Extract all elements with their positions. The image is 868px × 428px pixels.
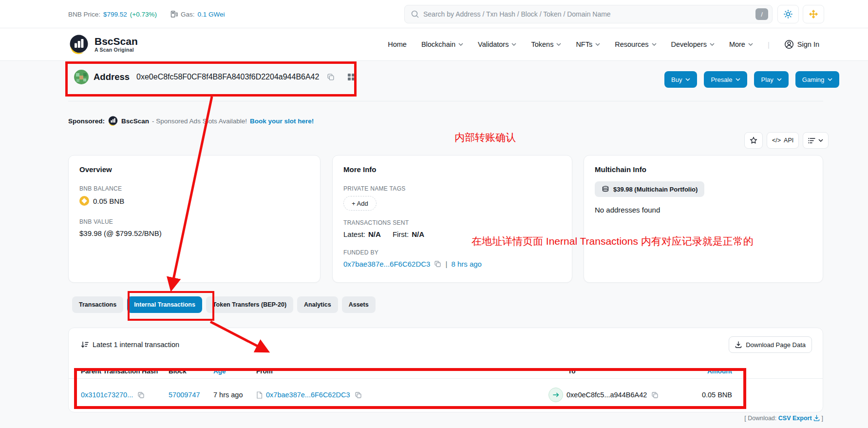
qr-grid-button[interactable]: [347, 73, 355, 81]
nav-item-blockchain[interactable]: Blockchain: [421, 40, 463, 48]
copy-icon: [137, 391, 145, 399]
more-info-card: More Info PRIVATE NAME TAGS + Add TRANSA…: [332, 155, 572, 283]
table-row: 0x3101c73270... 57009747 7 hrs ago 0x7ba…: [69, 379, 823, 410]
gas-pump-icon: [170, 10, 178, 18]
copy-icon: [355, 391, 362, 399]
copy-icon: [651, 391, 659, 399]
slash-shortcut-badge: /: [755, 8, 768, 20]
col-parent-hash: Parent Transaction Hash: [81, 364, 158, 379]
book-slot-link[interactable]: Book your slot here!: [250, 117, 314, 125]
gas-label: Gas:: [181, 11, 195, 18]
copy-tx-hash-button[interactable]: [137, 391, 145, 399]
sponsored-banner: Sponsored: BscScan - Sponsored Ads Slots…: [68, 116, 314, 126]
tab-assets[interactable]: Assets: [342, 296, 376, 313]
checklist-icon: [808, 137, 815, 144]
to-address-text: 0xe0eC8fc5...a944B6A42: [566, 391, 647, 399]
internal-transactions-card: Latest 1 internal transaction Download P…: [68, 328, 823, 412]
nav-menu: Home Blockchain Validators Tokens NFTs R…: [388, 39, 819, 49]
multichain-title: Multichain Info: [595, 165, 812, 174]
download-page-data-button[interactable]: Download Page Data: [729, 336, 812, 353]
bnb-price-label: BNB Price:: [68, 11, 100, 18]
presale-button[interactable]: Presale: [704, 71, 747, 88]
csv-open-bracket: [ Download:: [744, 415, 776, 422]
theme-toggle-button[interactable]: [777, 5, 799, 23]
chevron-down-icon: [777, 78, 782, 81]
chevron-down-icon: [511, 43, 516, 46]
sponsored-brand-icon: [108, 116, 118, 126]
latest-label: Latest:: [343, 230, 365, 238]
bnb-cube-icon: [809, 9, 818, 19]
copy-funder-button[interactable]: [434, 260, 441, 268]
annotation-note-top: 内部转账确认: [454, 131, 516, 144]
tab-analytics[interactable]: Analytics: [297, 296, 338, 313]
copy-from-button[interactable]: [355, 391, 362, 399]
sort-icon[interactable]: [81, 341, 89, 348]
funded-divider: |: [445, 260, 447, 268]
funded-age-link[interactable]: 8 hrs ago: [451, 260, 482, 268]
copy-icon: [434, 260, 441, 268]
bnb-chain-button[interactable]: [803, 5, 824, 23]
tab-token-transfers[interactable]: Token Transfers (BEP-20): [206, 296, 293, 313]
col-amount[interactable]: Amount: [707, 364, 732, 379]
address-toolbar: </> API: [744, 132, 829, 149]
nav-item-resources[interactable]: Resources: [615, 40, 656, 48]
price-gas-stats: BNB Price: $799.52 (+0.73%) Gas: 0.1 GWe…: [68, 0, 225, 28]
gaming-button[interactable]: Gaming: [795, 71, 840, 88]
address-hash: 0xe0eC8fc58F0CF8f4B8FA8403f6D2204a944B6A…: [136, 73, 319, 81]
nav-item-validators[interactable]: Validators: [478, 40, 516, 48]
more-info-title: More Info: [343, 165, 561, 174]
bscscan-address-page: BNB Price: $799.52 (+0.73%) Gas: 0.1 GWe…: [0, 0, 868, 428]
sign-in-button[interactable]: Sign In: [784, 39, 819, 49]
search-input[interactable]: [423, 10, 755, 18]
sponsored-text: - Sponsored Ads Slots Available!: [152, 117, 247, 125]
brand-name: BscScan: [94, 36, 138, 47]
chevron-down-icon: [685, 78, 690, 81]
chevron-down-icon: [818, 139, 823, 142]
coins-icon: [602, 186, 609, 193]
csv-export-link[interactable]: CSV Export: [778, 415, 812, 422]
nav-item-developers[interactable]: Developers: [671, 40, 715, 48]
chevron-down-icon: [556, 43, 561, 46]
funded-by-address-link[interactable]: 0x7bae387e...6F6C62DC3: [343, 260, 430, 268]
col-age[interactable]: Age: [213, 364, 226, 379]
address-header: Address 0xe0eC8fc58F0CF8f4B8FA8403f6D220…: [74, 69, 355, 85]
address-section-label: Address: [94, 72, 130, 82]
bnb-token-icon: [79, 196, 89, 206]
chevron-down-icon: [595, 43, 600, 46]
copy-address-button[interactable]: [327, 73, 335, 81]
bnb-price-value[interactable]: $799.52: [103, 11, 127, 18]
tab-transactions[interactable]: Transactions: [72, 296, 123, 313]
from-address-link[interactable]: 0x7bae387e...6F6C62DC3: [266, 391, 350, 399]
nav-item-more[interactable]: More: [729, 40, 753, 48]
nav-item-tokens[interactable]: Tokens: [531, 40, 561, 48]
bnb-balance-value: 0.05 BNB: [93, 197, 124, 205]
address-tabs: Transactions Internal Transactions Token…: [72, 296, 376, 313]
download-icon: [813, 415, 820, 421]
nav-item-nfts[interactable]: NFTs: [576, 40, 600, 48]
api-button[interactable]: </> API: [767, 132, 799, 149]
gas-value[interactable]: 0.1 GWei: [198, 11, 225, 18]
table-summary-text: Latest 1 internal transaction: [93, 341, 179, 349]
parent-tx-hash-link[interactable]: 0x3101c73270...: [81, 391, 133, 399]
col-to: To: [568, 364, 576, 379]
buy-button[interactable]: Buy: [664, 71, 697, 88]
multichain-portfolio-chip[interactable]: $39.98 (Multichain Portfolio): [595, 181, 704, 197]
bscscan-logo[interactable]: BscScan A Scan Original: [68, 34, 138, 55]
portfolio-value: $39.98 (Multichain Portfolio): [613, 186, 698, 193]
copy-to-button[interactable]: [651, 391, 659, 399]
tab-internal-transactions[interactable]: Internal Transactions: [127, 296, 202, 313]
block-link[interactable]: 57009747: [169, 391, 200, 399]
no-addresses-text: No addresses found: [595, 206, 812, 214]
add-name-tag-button[interactable]: + Add: [343, 196, 377, 211]
header-divider: [68, 101, 823, 101]
sun-icon: [783, 9, 793, 19]
chevron-down-icon: [710, 43, 715, 46]
chevron-down-icon: [652, 43, 657, 46]
favorite-button[interactable]: [744, 132, 763, 149]
nav-item-home[interactable]: Home: [388, 40, 407, 48]
star-icon: [750, 136, 757, 144]
brand-tagline: A Scan Original: [94, 47, 138, 53]
play-button[interactable]: Play: [754, 71, 788, 88]
filter-menu-button[interactable]: [803, 132, 829, 149]
age-value: 7 hrs ago: [213, 391, 243, 399]
